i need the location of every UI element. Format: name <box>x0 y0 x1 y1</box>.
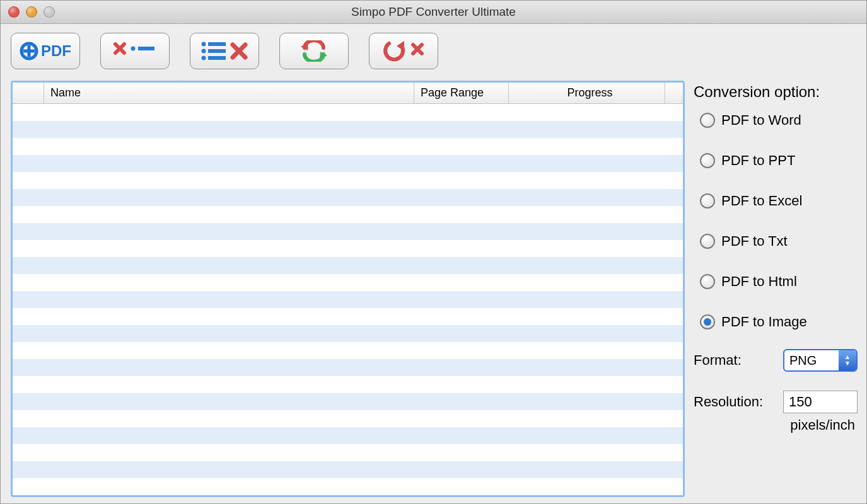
refresh-icon <box>300 40 329 62</box>
radio-icon <box>700 234 715 249</box>
remove-item-button[interactable] <box>100 33 170 69</box>
svg-rect-4 <box>138 47 154 50</box>
table-row[interactable] <box>13 223 683 240</box>
svg-rect-8 <box>208 49 226 53</box>
clear-list-button[interactable] <box>190 33 259 69</box>
option-pdf-to-excel[interactable]: PDF to Excel <box>700 193 858 209</box>
option-label: PDF to Word <box>721 112 801 129</box>
table-row[interactable] <box>13 291 683 308</box>
format-row: Format: PNG ▲▼ <box>694 349 858 372</box>
table-row[interactable] <box>13 461 683 478</box>
format-value: PNG <box>784 353 839 368</box>
svg-point-9 <box>202 55 206 60</box>
table-row[interactable] <box>13 342 683 359</box>
titlebar: Simpo PDF Converter Ultimate <box>1 1 866 24</box>
column-page-range[interactable]: Page Range <box>414 83 509 103</box>
option-label: PDF to Image <box>721 314 807 330</box>
app-window: Simpo PDF Converter Ultimate PDF <box>0 0 867 504</box>
minimize-window-button[interactable] <box>26 6 37 18</box>
window-title: Simpo PDF Converter Ultimate <box>1 5 866 19</box>
select-arrows-icon: ▲▼ <box>839 350 856 370</box>
option-label: PDF to Txt <box>721 233 788 249</box>
option-pdf-to-image[interactable]: PDF to Image <box>700 314 858 330</box>
remove-icon <box>113 42 157 60</box>
resolution-input[interactable]: 150 <box>783 391 858 413</box>
table-row[interactable] <box>13 121 683 138</box>
svg-point-3 <box>131 46 136 50</box>
table-row[interactable] <box>13 427 683 444</box>
radio-icon <box>700 153 715 168</box>
table-row[interactable] <box>13 478 683 495</box>
table-row[interactable] <box>13 308 683 325</box>
table-row[interactable] <box>13 274 683 291</box>
option-label: PDF to Html <box>721 273 797 290</box>
cancel-convert-button[interactable] <box>369 33 438 69</box>
table-row[interactable] <box>13 189 683 206</box>
svg-rect-2 <box>23 49 35 52</box>
option-pdf-to-html[interactable]: PDF to Html <box>700 273 858 290</box>
option-pdf-to-txt[interactable]: PDF to Txt <box>700 233 858 249</box>
clear-list-icon <box>200 41 249 61</box>
table-row[interactable] <box>13 444 683 461</box>
add-pdf-label: PDF <box>41 42 71 60</box>
zoom-window-button[interactable] <box>44 6 55 18</box>
option-label: PDF to Excel <box>721 193 802 209</box>
column-progress[interactable]: Progress <box>509 83 665 103</box>
traffic-lights <box>8 6 55 18</box>
cancel-convert-icon <box>381 40 426 62</box>
close-window-button[interactable] <box>8 6 20 18</box>
format-select[interactable]: PNG ▲▼ <box>783 349 858 372</box>
radio-icon <box>700 274 715 289</box>
radio-icon <box>700 193 715 209</box>
column-index[interactable] <box>13 83 44 103</box>
resolution-row: Resolution: 150 <box>694 391 858 413</box>
table-row[interactable] <box>13 240 683 257</box>
svg-rect-6 <box>208 42 226 46</box>
table-row[interactable] <box>13 359 683 376</box>
format-label: Format: <box>694 352 742 369</box>
svg-point-7 <box>202 49 206 53</box>
svg-point-5 <box>202 42 206 46</box>
file-list: Name Page Range Progress <box>11 81 685 497</box>
resolution-value: 150 <box>789 394 812 410</box>
table-row[interactable] <box>13 172 683 189</box>
table-row[interactable] <box>13 393 683 410</box>
plus-circle-icon <box>20 42 38 60</box>
toolbar: PDF <box>1 24 866 78</box>
option-pdf-to-ppt[interactable]: PDF to PPT <box>700 152 858 169</box>
column-tail <box>665 83 683 103</box>
table-row[interactable] <box>13 206 683 223</box>
conversion-panel: Conversion option: PDF to Word PDF to PP… <box>691 81 860 497</box>
file-list-header: Name Page Range Progress <box>13 83 683 104</box>
table-row[interactable] <box>13 138 683 155</box>
svg-marker-13 <box>397 41 404 51</box>
column-name[interactable]: Name <box>44 83 414 103</box>
resolution-unit: pixels/inch <box>694 417 858 433</box>
table-row[interactable] <box>13 104 683 121</box>
table-row[interactable] <box>13 410 683 427</box>
svg-rect-10 <box>208 56 226 60</box>
add-pdf-button[interactable]: PDF <box>11 33 80 69</box>
radio-icon <box>700 314 715 329</box>
conversion-title: Conversion option: <box>694 83 858 101</box>
table-row[interactable] <box>13 155 683 172</box>
refresh-button[interactable] <box>279 33 349 69</box>
radio-icon <box>700 113 715 128</box>
file-list-rows <box>13 104 683 495</box>
resolution-label: Resolution: <box>694 394 763 410</box>
table-row[interactable] <box>13 257 683 274</box>
table-row[interactable] <box>13 376 683 393</box>
table-row[interactable] <box>13 325 683 342</box>
conversion-options: PDF to Word PDF to PPT PDF to Excel PDF … <box>700 112 858 330</box>
option-pdf-to-word[interactable]: PDF to Word <box>700 112 858 129</box>
content-area: Name Page Range Progress <box>1 78 866 503</box>
option-label: PDF to PPT <box>721 152 795 169</box>
